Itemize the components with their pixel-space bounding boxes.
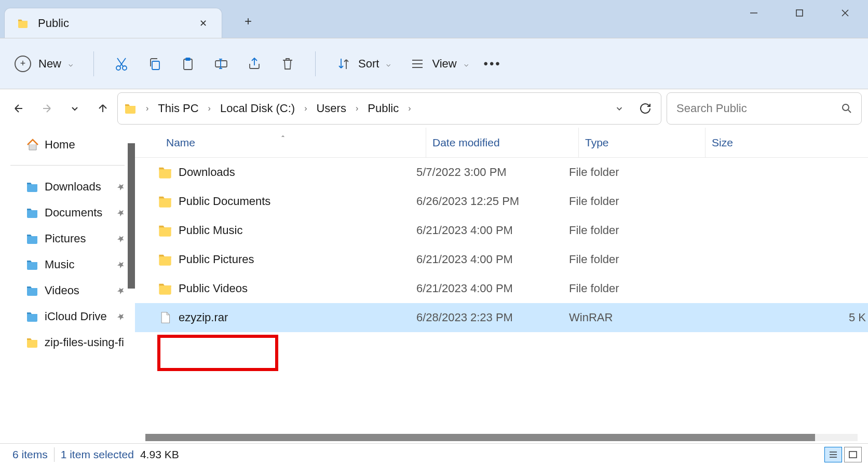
cell-date: 6/26/2023 12:25 PM: [416, 195, 569, 208]
svg-rect-11: [215, 61, 227, 67]
folder-icon: [17, 19, 29, 28]
pin-icon: [114, 310, 127, 323]
file-row[interactable]: Public Documents 6/26/2023 12:25 PM File…: [135, 187, 868, 216]
address-row: › This PC › Local Disk (C:) › Users › Pu…: [0, 89, 868, 128]
folder-icon: [26, 311, 38, 322]
cell-type: WinRAR: [569, 311, 696, 324]
tab-close-button[interactable]: ✕: [195, 15, 211, 32]
chevron-down-icon: [70, 103, 80, 114]
folder-icon: [26, 285, 38, 296]
up-button[interactable]: [93, 99, 112, 118]
sort-button[interactable]: Sort ⌵: [328, 51, 399, 76]
chevron-right-icon[interactable]: ›: [301, 104, 310, 113]
svg-point-5: [123, 66, 127, 70]
details-view-button[interactable]: [824, 447, 842, 462]
sidebar-item-label: Documents: [45, 206, 110, 220]
tab-public[interactable]: Public ✕: [4, 8, 222, 38]
address-bar[interactable]: › This PC › Local Disk (C:) › Users › Pu…: [117, 92, 661, 125]
cell-date: 5/7/2022 3:00 PM: [416, 166, 569, 179]
chevron-right-icon[interactable]: ›: [143, 104, 152, 113]
view-icon: [410, 57, 425, 71]
arrow-right-icon: [40, 102, 53, 115]
sidebar-item-label: zip-files-using-fi: [45, 336, 126, 349]
sidebar-item[interactable]: Music: [0, 252, 135, 278]
maximize-button[interactable]: [777, 0, 822, 26]
chevron-right-icon[interactable]: ›: [205, 104, 214, 113]
folder-icon: [26, 259, 38, 270]
list-header: Name ⌃ Date modified Type Size: [135, 128, 868, 158]
folder-icon: [158, 224, 172, 237]
tab-title: Public: [38, 17, 195, 30]
file-icon: [158, 311, 172, 324]
toolbar: + New ⌵ Sort ⌵ View ⌵ •••: [0, 38, 868, 89]
delete-button[interactable]: [273, 51, 303, 76]
horizontal-scrollbar[interactable]: [145, 434, 858, 441]
minimize-button[interactable]: [731, 0, 777, 26]
column-header-type[interactable]: Type: [578, 128, 705, 157]
cell-name: Public Documents: [156, 195, 416, 208]
folder-icon: [26, 234, 38, 244]
plus-circle-icon: +: [15, 56, 31, 72]
sidebar-item-label: iCloud Drive: [45, 310, 110, 323]
details-view-icon: [829, 450, 838, 459]
pin-icon: [114, 258, 127, 271]
sidebar: Home Downloads Documents Pictures Music: [0, 128, 135, 443]
sidebar-scrollbar[interactable]: [128, 143, 135, 289]
file-row[interactable]: Public Music 6/21/2023 4:00 PM File fold…: [135, 216, 868, 245]
refresh-button[interactable]: [636, 99, 655, 118]
chevron-right-icon[interactable]: ›: [405, 104, 414, 113]
breadcrumb-item[interactable]: Users: [312, 100, 350, 117]
share-button[interactable]: [239, 51, 269, 76]
file-row[interactable]: ezyzip.rar 6/28/2023 2:23 PM WinRAR 5 K: [135, 303, 868, 332]
breadcrumb-item[interactable]: Public: [363, 100, 403, 117]
column-header-date[interactable]: Date modified: [426, 128, 578, 157]
search-bar[interactable]: [667, 92, 862, 125]
view-button[interactable]: View ⌵: [402, 51, 476, 76]
search-input[interactable]: [676, 102, 842, 115]
sidebar-item[interactable]: zip-files-using-fi: [0, 330, 135, 355]
sidebar-home[interactable]: Home: [0, 133, 135, 157]
new-button-label: New: [38, 57, 61, 71]
folder-icon: [158, 253, 172, 266]
svg-rect-1: [796, 10, 803, 16]
new-button[interactable]: + New ⌵: [12, 51, 81, 76]
sidebar-item-label: Music: [45, 258, 110, 271]
cut-button[interactable]: [106, 51, 137, 76]
status-item-count: 6 items: [6, 444, 54, 465]
recent-button[interactable]: [65, 99, 84, 118]
cell-date: 6/21/2023 4:00 PM: [416, 253, 569, 266]
breadcrumb-item[interactable]: This PC: [154, 100, 202, 117]
forward-button[interactable]: [37, 99, 56, 118]
view-toggle: [824, 447, 862, 462]
chevron-down-icon: ⌵: [386, 60, 390, 68]
breadcrumb-item[interactable]: Local Disk (C:): [216, 100, 299, 117]
folder-icon: [26, 337, 38, 348]
sidebar-item-label: Videos: [45, 284, 110, 297]
share-icon: [247, 57, 262, 71]
address-dropdown[interactable]: [611, 100, 628, 117]
sidebar-item[interactable]: iCloud Drive: [0, 304, 135, 330]
file-row[interactable]: Public Pictures 6/21/2023 4:00 PM File f…: [135, 245, 868, 274]
sidebar-item[interactable]: Videos: [0, 278, 135, 304]
arrow-up-icon: [97, 102, 109, 115]
sidebar-item[interactable]: Pictures: [0, 226, 135, 252]
thumbnails-view-button[interactable]: [844, 447, 862, 462]
new-tab-button[interactable]: +: [238, 11, 259, 32]
close-button[interactable]: [822, 0, 868, 26]
scrollbar-thumb[interactable]: [145, 434, 815, 441]
sidebar-item[interactable]: Downloads: [0, 174, 135, 200]
column-header-size[interactable]: Size: [705, 128, 868, 157]
column-header-name[interactable]: Name ⌃: [166, 136, 426, 149]
rename-button[interactable]: [206, 51, 236, 76]
file-row[interactable]: Downloads 5/7/2022 3:00 PM File folder: [135, 158, 868, 187]
sidebar-item[interactable]: Documents: [0, 200, 135, 226]
copy-button[interactable]: [140, 51, 170, 76]
chevron-right-icon[interactable]: ›: [352, 104, 361, 113]
back-button[interactable]: [9, 99, 28, 118]
more-button[interactable]: •••: [480, 51, 506, 76]
folder-icon: [26, 182, 38, 192]
svg-rect-10: [186, 58, 190, 60]
file-row[interactable]: Public Videos 6/21/2023 4:00 PM File fol…: [135, 274, 868, 303]
svg-line-7: [117, 58, 123, 66]
paste-button[interactable]: [173, 51, 203, 76]
